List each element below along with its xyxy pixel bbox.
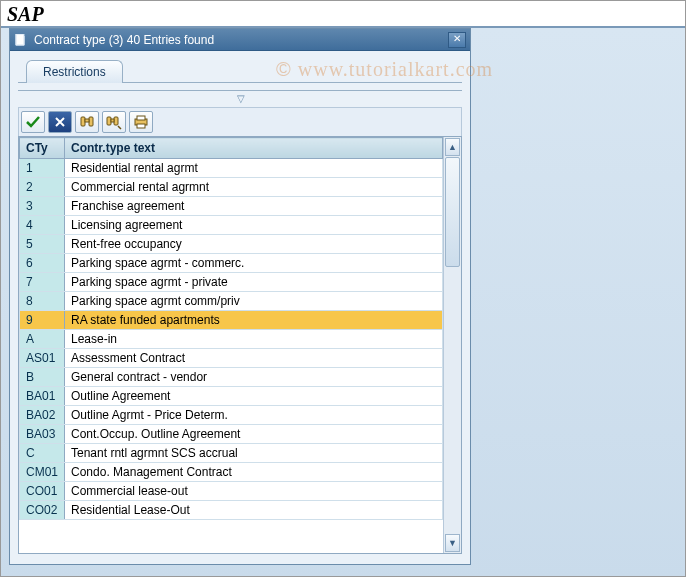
cell-text[interactable]: Residential rental agrmt [65, 159, 443, 178]
svg-rect-4 [107, 117, 111, 125]
tabstrip: Restrictions [18, 57, 462, 83]
svg-rect-6 [111, 119, 114, 122]
cell-code[interactable]: 2 [20, 178, 65, 197]
cell-text[interactable]: Rent-free occupancy [65, 235, 443, 254]
cell-text[interactable]: Outline Agreement [65, 387, 443, 406]
cell-code[interactable]: 1 [20, 159, 65, 178]
app-background: © www.tutorialkart.com Contract type (3)… [1, 28, 685, 577]
cell-text[interactable]: Commercial rental agrmnt [65, 178, 443, 197]
collapse-indicator-icon[interactable]: ▽ [18, 93, 462, 107]
cell-text[interactable]: RA state funded apartments [65, 311, 443, 330]
svg-rect-3 [85, 119, 89, 122]
close-button[interactable]: ✕ [448, 32, 466, 48]
dialog-titlebar[interactable]: Contract type (3) 40 Entries found ✕ [10, 29, 470, 51]
table-row[interactable]: BA01Outline Agreement [20, 387, 443, 406]
find-button[interactable] [75, 111, 99, 133]
find-next-button[interactable] [102, 111, 126, 133]
scroll-up-button[interactable]: ▲ [445, 138, 460, 156]
confirm-button[interactable] [21, 111, 45, 133]
cell-text[interactable]: Franchise agreement [65, 197, 443, 216]
vertical-scrollbar[interactable]: ▲ ▼ [443, 137, 461, 553]
table-row[interactable]: 4Licensing agreement [20, 216, 443, 235]
results-table-container: CTy Contr.type text 1Residential rental … [18, 136, 462, 554]
scroll-thumb[interactable] [445, 157, 460, 267]
cell-text[interactable]: Residential Lease-Out [65, 501, 443, 520]
toolbar [18, 107, 462, 136]
chevron-up-icon: ▲ [448, 142, 457, 152]
print-icon [133, 115, 149, 129]
cell-code[interactable]: BA02 [20, 406, 65, 425]
svg-rect-1 [81, 117, 85, 126]
cell-code[interactable]: 6 [20, 254, 65, 273]
table-row[interactable]: BA03Cont.Occup. Outline Agreement [20, 425, 443, 444]
cell-code[interactable]: BA01 [20, 387, 65, 406]
cell-code[interactable]: CO01 [20, 482, 65, 501]
binoculars-icon [79, 114, 95, 130]
cell-text[interactable]: Parking space agrmt comm/priv [65, 292, 443, 311]
cell-text[interactable]: General contract - vendor [65, 368, 443, 387]
cell-text[interactable]: Parking space agrmt - private [65, 273, 443, 292]
svg-rect-2 [89, 117, 93, 126]
table-row[interactable]: 2Commercial rental agrmnt [20, 178, 443, 197]
table-row[interactable]: 3Franchise agreement [20, 197, 443, 216]
table-row[interactable]: CTenant rntl agrmnt SCS accrual [20, 444, 443, 463]
table-row[interactable]: BGeneral contract - vendor [20, 368, 443, 387]
scroll-down-button[interactable]: ▼ [445, 534, 460, 552]
table-row[interactable]: 5Rent-free occupancy [20, 235, 443, 254]
tab-restrictions[interactable]: Restrictions [26, 60, 123, 83]
contract-type-dialog: Contract type (3) 40 Entries found ✕ Res… [9, 28, 471, 565]
svg-rect-0 [16, 34, 24, 45]
app-title: SAP [1, 1, 685, 28]
table-row[interactable]: CO02Residential Lease-Out [20, 501, 443, 520]
table-row[interactable]: 8Parking space agrmt comm/priv [20, 292, 443, 311]
svg-rect-5 [114, 117, 118, 125]
chevron-down-icon: ▼ [448, 538, 457, 548]
table-row[interactable]: 7Parking space agrmt - private [20, 273, 443, 292]
document-icon [14, 33, 28, 47]
table-row[interactable]: 9RA state funded apartments [20, 311, 443, 330]
cell-code[interactable]: C [20, 444, 65, 463]
cell-text[interactable]: Tenant rntl agrmnt SCS accrual [65, 444, 443, 463]
cell-code[interactable]: 8 [20, 292, 65, 311]
column-header-text[interactable]: Contr.type text [65, 138, 443, 159]
cell-text[interactable]: Parking space agrmt - commerc. [65, 254, 443, 273]
cell-text[interactable]: Cont.Occup. Outline Agreement [65, 425, 443, 444]
cell-code[interactable]: CM01 [20, 463, 65, 482]
table-row[interactable]: 1Residential rental agrmt [20, 159, 443, 178]
cell-code[interactable]: 7 [20, 273, 65, 292]
cell-code[interactable]: A [20, 330, 65, 349]
svg-rect-8 [137, 116, 145, 120]
cell-code[interactable]: CO02 [20, 501, 65, 520]
column-header-cty[interactable]: CTy [20, 138, 65, 159]
svg-rect-9 [137, 124, 145, 128]
table-row[interactable]: 6Parking space agrmt - commerc. [20, 254, 443, 273]
binoculars-next-icon [106, 114, 122, 130]
table-row[interactable]: AS01Assessment Contract [20, 349, 443, 368]
cell-code[interactable]: B [20, 368, 65, 387]
cancel-icon [53, 115, 67, 129]
cancel-button[interactable] [48, 111, 72, 133]
cell-code[interactable]: 9 [20, 311, 65, 330]
cell-code[interactable]: AS01 [20, 349, 65, 368]
scroll-track[interactable] [445, 157, 460, 533]
cell-code[interactable]: 3 [20, 197, 65, 216]
close-icon: ✕ [453, 33, 461, 44]
check-icon [25, 115, 41, 129]
cell-code[interactable]: 4 [20, 216, 65, 235]
cell-text[interactable]: Commercial lease-out [65, 482, 443, 501]
cell-text[interactable]: Lease-in [65, 330, 443, 349]
cell-code[interactable]: BA03 [20, 425, 65, 444]
results-table[interactable]: CTy Contr.type text 1Residential rental … [19, 137, 443, 520]
print-button[interactable] [129, 111, 153, 133]
table-row[interactable]: CM01Condo. Management Contract [20, 463, 443, 482]
cell-text[interactable]: Assessment Contract [65, 349, 443, 368]
table-row[interactable]: BA02Outline Agrmt - Price Determ. [20, 406, 443, 425]
table-row[interactable]: CO01Commercial lease-out [20, 482, 443, 501]
cell-text[interactable]: Outline Agrmt - Price Determ. [65, 406, 443, 425]
cell-code[interactable]: 5 [20, 235, 65, 254]
dialog-title-text: Contract type (3) 40 Entries found [34, 33, 214, 47]
cell-text[interactable]: Licensing agreement [65, 216, 443, 235]
table-row[interactable]: ALease-in [20, 330, 443, 349]
cell-text[interactable]: Condo. Management Contract [65, 463, 443, 482]
